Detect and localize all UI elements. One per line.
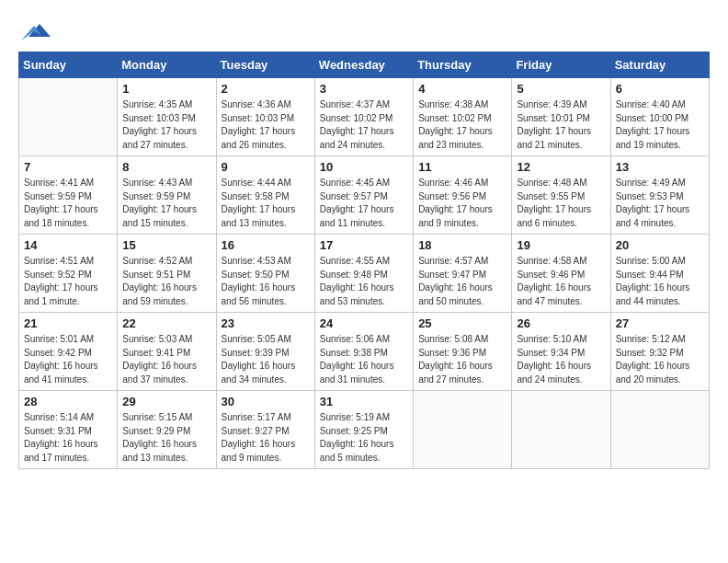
calendar-cell: 10Sunrise: 4:45 AMSunset: 9:57 PMDayligh… (314, 156, 413, 235)
calendar-cell: 13Sunrise: 4:49 AMSunset: 9:53 PMDayligh… (610, 156, 709, 235)
day-detail: Sunrise: 4:55 AMSunset: 9:48 PMDaylight:… (320, 255, 408, 308)
day-number: 26 (517, 316, 605, 330)
day-number: 15 (122, 238, 210, 252)
day-detail: Sunrise: 4:51 AMSunset: 9:52 PMDaylight:… (24, 255, 112, 308)
day-number: 14 (24, 238, 112, 252)
calendar-cell: 2Sunrise: 4:36 AMSunset: 10:03 PMDayligh… (216, 78, 314, 156)
day-number: 13 (616, 160, 704, 174)
day-detail: Sunrise: 5:14 AMSunset: 9:31 PMDaylight:… (24, 411, 112, 465)
day-detail: Sunrise: 4:40 AMSunset: 10:00 PMDaylight… (616, 98, 704, 152)
day-detail: Sunrise: 5:03 AMSunset: 9:41 PMDaylight:… (122, 333, 210, 386)
calendar-cell: 26Sunrise: 5:10 AMSunset: 9:34 PMDayligh… (512, 313, 610, 391)
calendar-cell: 25Sunrise: 5:08 AMSunset: 9:36 PMDayligh… (414, 313, 512, 391)
calendar-cell: 21Sunrise: 5:01 AMSunset: 9:42 PMDayligh… (19, 313, 118, 391)
day-detail: Sunrise: 5:05 AMSunset: 9:39 PMDaylight:… (222, 333, 310, 386)
day-number: 16 (222, 238, 310, 252)
calendar-cell: 28Sunrise: 5:14 AMSunset: 9:31 PMDayligh… (19, 391, 118, 469)
day-number: 30 (222, 395, 310, 408)
calendar-week-4: 21Sunrise: 5:01 AMSunset: 9:42 PMDayligh… (19, 313, 710, 391)
day-number: 25 (418, 316, 506, 330)
day-detail: Sunrise: 5:12 AMSunset: 9:32 PMDaylight:… (616, 333, 704, 386)
day-detail: Sunrise: 5:17 AMSunset: 9:27 PMDaylight:… (222, 411, 310, 465)
calendar-cell: 12Sunrise: 4:48 AMSunset: 9:55 PMDayligh… (512, 156, 610, 235)
day-number: 28 (24, 395, 112, 408)
day-detail: Sunrise: 5:08 AMSunset: 9:36 PMDaylight:… (418, 333, 506, 386)
day-detail: Sunrise: 4:49 AMSunset: 9:53 PMDaylight:… (616, 177, 704, 230)
day-number: 6 (616, 82, 704, 96)
day-number: 21 (24, 316, 112, 330)
calendar-cell: 11Sunrise: 4:46 AMSunset: 9:56 PMDayligh… (414, 156, 512, 235)
calendar-cell: 15Sunrise: 4:52 AMSunset: 9:51 PMDayligh… (118, 235, 216, 313)
calendar-cell (19, 78, 118, 156)
day-number: 8 (122, 160, 210, 174)
day-number: 11 (418, 160, 506, 174)
day-number: 5 (517, 82, 605, 96)
day-number: 12 (517, 160, 605, 174)
day-detail: Sunrise: 4:41 AMSunset: 9:59 PMDaylight:… (24, 177, 112, 230)
day-detail: Sunrise: 4:52 AMSunset: 9:51 PMDaylight:… (122, 255, 210, 308)
day-number: 31 (320, 395, 408, 408)
day-number: 23 (222, 316, 310, 330)
day-number: 10 (320, 160, 408, 174)
day-detail: Sunrise: 5:10 AMSunset: 9:34 PMDaylight:… (517, 333, 605, 386)
day-detail: Sunrise: 4:46 AMSunset: 9:56 PMDaylight:… (418, 177, 506, 230)
calendar-cell: 19Sunrise: 4:58 AMSunset: 9:46 PMDayligh… (512, 235, 610, 313)
day-header-saturday: Saturday (610, 52, 709, 78)
day-detail: Sunrise: 5:06 AMSunset: 9:38 PMDaylight:… (320, 333, 408, 386)
day-detail: Sunrise: 5:15 AMSunset: 9:29 PMDaylight:… (122, 411, 210, 465)
calendar-cell (414, 391, 512, 469)
day-detail: Sunrise: 4:45 AMSunset: 9:57 PMDaylight:… (320, 177, 408, 230)
calendar-cell: 5Sunrise: 4:39 AMSunset: 10:01 PMDayligh… (512, 78, 610, 156)
day-number: 22 (122, 316, 210, 330)
day-detail: Sunrise: 5:00 AMSunset: 9:44 PMDaylight:… (616, 255, 704, 308)
day-detail: Sunrise: 4:35 AMSunset: 10:03 PMDaylight… (122, 98, 210, 152)
calendar-cell: 8Sunrise: 4:43 AMSunset: 9:59 PMDaylight… (118, 156, 216, 235)
day-detail: Sunrise: 4:39 AMSunset: 10:01 PMDaylight… (517, 98, 605, 152)
calendar-cell (512, 391, 610, 469)
day-detail: Sunrise: 4:53 AMSunset: 9:50 PMDaylight:… (222, 255, 310, 308)
calendar-week-1: 1Sunrise: 4:35 AMSunset: 10:03 PMDayligh… (19, 78, 710, 156)
calendar-week-5: 28Sunrise: 5:14 AMSunset: 9:31 PMDayligh… (19, 391, 710, 469)
calendar-cell: 27Sunrise: 5:12 AMSunset: 9:32 PMDayligh… (610, 313, 709, 391)
day-detail: Sunrise: 4:36 AMSunset: 10:03 PMDaylight… (222, 98, 310, 152)
day-number: 19 (517, 238, 605, 252)
day-number: 2 (222, 82, 310, 96)
calendar-cell: 22Sunrise: 5:03 AMSunset: 9:41 PMDayligh… (118, 313, 216, 391)
calendar-cell: 4Sunrise: 4:38 AMSunset: 10:02 PMDayligh… (414, 78, 512, 156)
calendar-cell: 16Sunrise: 4:53 AMSunset: 9:50 PMDayligh… (216, 235, 314, 313)
day-detail: Sunrise: 5:01 AMSunset: 9:42 PMDaylight:… (24, 333, 112, 386)
day-number: 17 (320, 238, 408, 252)
calendar-cell: 1Sunrise: 4:35 AMSunset: 10:03 PMDayligh… (118, 78, 216, 156)
calendar-week-3: 14Sunrise: 4:51 AMSunset: 9:52 PMDayligh… (19, 235, 710, 313)
page-header (18, 15, 710, 44)
calendar-cell: 30Sunrise: 5:17 AMSunset: 9:27 PMDayligh… (216, 391, 314, 469)
calendar-cell: 20Sunrise: 5:00 AMSunset: 9:44 PMDayligh… (610, 235, 709, 313)
day-number: 3 (320, 82, 408, 96)
day-detail: Sunrise: 5:19 AMSunset: 9:25 PMDaylight:… (320, 411, 408, 465)
day-detail: Sunrise: 4:44 AMSunset: 9:58 PMDaylight:… (222, 177, 310, 230)
calendar-cell: 6Sunrise: 4:40 AMSunset: 10:00 PMDayligh… (610, 78, 709, 156)
calendar-table: SundayMondayTuesdayWednesdayThursdayFrid… (18, 52, 710, 469)
day-detail: Sunrise: 4:57 AMSunset: 9:47 PMDaylight:… (418, 255, 506, 308)
day-number: 1 (122, 82, 210, 96)
calendar-cell: 7Sunrise: 4:41 AMSunset: 9:59 PMDaylight… (19, 156, 118, 235)
day-number: 18 (418, 238, 506, 252)
logo (18, 15, 51, 44)
day-header-friday: Friday (512, 52, 610, 78)
calendar-cell: 31Sunrise: 5:19 AMSunset: 9:25 PMDayligh… (314, 391, 413, 469)
calendar-cell: 17Sunrise: 4:55 AMSunset: 9:48 PMDayligh… (314, 235, 413, 313)
day-header-thursday: Thursday (414, 52, 512, 78)
day-header-tuesday: Tuesday (216, 52, 314, 78)
day-header-monday: Monday (118, 52, 216, 78)
day-header-wednesday: Wednesday (314, 52, 413, 78)
calendar-cell: 3Sunrise: 4:37 AMSunset: 10:02 PMDayligh… (314, 78, 413, 156)
calendar-cell: 29Sunrise: 5:15 AMSunset: 9:29 PMDayligh… (118, 391, 216, 469)
day-number: 24 (320, 316, 408, 330)
day-detail: Sunrise: 4:37 AMSunset: 10:02 PMDaylight… (320, 98, 408, 152)
day-number: 4 (418, 82, 506, 96)
day-number: 7 (24, 160, 112, 174)
day-detail: Sunrise: 4:58 AMSunset: 9:46 PMDaylight:… (517, 255, 605, 308)
day-number: 20 (616, 238, 704, 252)
day-number: 9 (222, 160, 310, 174)
calendar-cell: 9Sunrise: 4:44 AMSunset: 9:58 PMDaylight… (216, 156, 314, 235)
